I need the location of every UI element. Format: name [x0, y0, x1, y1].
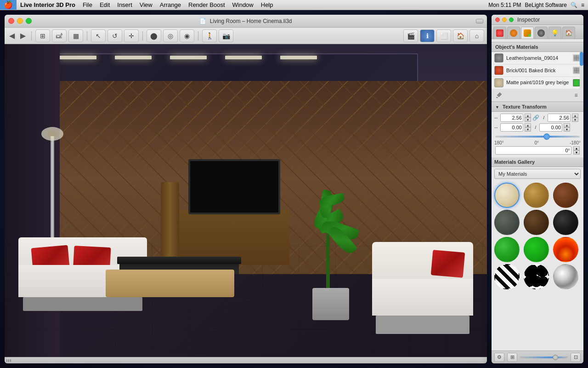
offset-x-stepper[interactable]: ▲ ▼: [525, 123, 531, 132]
floor-plan-button[interactable]: ⊞: [35, 29, 50, 42]
camera-button[interactable]: 📷: [219, 29, 233, 42]
angle-stepper[interactable]: ▲ ▼: [573, 146, 580, 155]
angle-increment[interactable]: ▲: [573, 146, 580, 150]
width-stepper[interactable]: ▲ ▼: [525, 114, 531, 122]
materials-icon: [510, 29, 517, 37]
material-item-brick[interactable]: Brick/001 Baked Brick: [492, 64, 583, 77]
material-thumb-cream[interactable]: [494, 183, 520, 208]
tab-light[interactable]: 💡: [548, 27, 561, 39]
maximize-button[interactable]: [26, 18, 32, 24]
furniture-icon: 🛋: [56, 32, 62, 40]
app-name-menu[interactable]: Live Interior 3D Pro: [17, 0, 79, 10]
offset-y-decrement[interactable]: ▼: [564, 127, 570, 132]
offset-x-decrement[interactable]: ▼: [525, 127, 531, 132]
tab-texture[interactable]: [535, 27, 548, 39]
inspector-body[interactable]: Object's Materials Leather/pamela_09014: [492, 39, 583, 351]
offset-y-stepper[interactable]: ▲ ▼: [564, 123, 570, 132]
angle-slider[interactable]: [495, 136, 580, 138]
material-thumb-bright-green[interactable]: [494, 237, 520, 262]
offset-y-increment[interactable]: ▲: [564, 123, 570, 127]
furniture-button[interactable]: 🛋: [52, 29, 67, 42]
material-thumb-chrome[interactable]: [553, 264, 578, 289]
view-menu[interactable]: View: [136, 0, 156, 10]
menu-icon[interactable]: ≡: [571, 91, 581, 100]
insert-menu[interactable]: Insert: [113, 0, 136, 10]
materials-scrollbar[interactable]: [580, 52, 583, 89]
angle-input[interactable]: [495, 146, 571, 155]
render-boost-menu[interactable]: Render Boost: [185, 0, 229, 10]
render-button[interactable]: 🎬: [403, 29, 418, 42]
material-thumb-dark-brown[interactable]: [524, 210, 549, 235]
tab-paint[interactable]: [521, 27, 534, 39]
info-icon: ℹ: [426, 32, 429, 40]
point-light-button[interactable]: ◎: [163, 29, 178, 42]
arrange-menu[interactable]: Arrange: [156, 0, 185, 10]
view-mode-button[interactable]: ▦: [68, 29, 83, 42]
material-thumb-fire[interactable]: [553, 237, 578, 262]
inspector-size-slider[interactable]: [520, 356, 568, 358]
inspector-close-button[interactable]: [495, 17, 500, 22]
material-thumb-dalmatian[interactable]: [524, 264, 549, 289]
size-slider-thumb[interactable]: [553, 355, 558, 360]
material-thumb-forest-green[interactable]: [524, 237, 549, 262]
inspector-settings-button[interactable]: ⚙: [494, 353, 504, 362]
back-button[interactable]: ◀: [7, 31, 17, 40]
view-icon: ⊡: [574, 354, 578, 360]
texture-offset-x-input[interactable]: [500, 123, 523, 132]
inspector-maximize-button[interactable]: [509, 17, 514, 22]
angle-decrement[interactable]: ▼: [573, 150, 580, 155]
inspector-add-button[interactable]: ⊞: [507, 353, 517, 362]
viewport[interactable]: [5, 44, 487, 357]
paint-button[interactable]: ⬤: [147, 29, 161, 42]
materials-scrollbar-thumb[interactable]: [580, 52, 583, 66]
home-button[interactable]: ⌂: [469, 29, 484, 42]
inspector-view-button[interactable]: ⊡: [571, 353, 581, 362]
material-thumb-zebra[interactable]: [494, 264, 520, 289]
spot-light-button[interactable]: ◉: [180, 29, 194, 42]
width-increment[interactable]: ▲: [525, 114, 531, 118]
window-resize-button[interactable]: [476, 19, 483, 23]
width-decrement[interactable]: ▼: [525, 118, 531, 122]
search-icon[interactable]: 🔍: [571, 2, 577, 8]
edit-menu[interactable]: Edit: [96, 0, 113, 10]
inspector-minimize-button[interactable]: [502, 17, 507, 22]
move-button[interactable]: ✛: [124, 29, 139, 42]
rotate-button[interactable]: ↺: [107, 29, 122, 42]
close-button[interactable]: [8, 18, 14, 24]
walk-button[interactable]: 🚶: [202, 29, 217, 42]
angle-slider-thumb[interactable]: [543, 133, 550, 140]
material-item-paint[interactable]: Matte paint/1019 grey beige: [492, 77, 583, 89]
material-thumb-wood-dark-red[interactable]: [553, 183, 578, 208]
file-menu[interactable]: File: [79, 0, 96, 10]
gallery-dropdown[interactable]: My Materials Standard Custom: [494, 169, 581, 179]
select-button[interactable]: ↖: [91, 29, 106, 42]
height-stepper[interactable]: ▲ ▼: [572, 114, 578, 122]
tab-materials[interactable]: [507, 27, 520, 39]
help-menu[interactable]: Help: [257, 0, 277, 10]
menu-extra-icon[interactable]: ≡: [581, 2, 584, 8]
material-thumb-mossy[interactable]: [494, 210, 520, 235]
material-item-leather[interactable]: Leather/pamela_09014: [492, 52, 583, 64]
minimize-button[interactable]: [17, 18, 23, 24]
texture-width-input[interactable]: [500, 114, 523, 122]
statusbar-handle[interactable]: [6, 359, 16, 362]
architecture-icon: 🏠: [565, 29, 572, 36]
settings-icon: ⚙: [497, 354, 502, 360]
texture-height-input[interactable]: [548, 114, 571, 122]
material-thumb-black[interactable]: [553, 210, 578, 235]
offset-x-increment[interactable]: ▲: [525, 123, 531, 127]
link-icon[interactable]: 🔗: [532, 115, 539, 121]
eyedropper-icon[interactable]: [494, 91, 503, 100]
floorplan-view-button[interactable]: ⬜: [436, 29, 451, 42]
height-decrement[interactable]: ▼: [572, 118, 578, 122]
window-menu[interactable]: Window: [229, 0, 257, 10]
forward-button[interactable]: ▶: [18, 31, 28, 40]
info-button[interactable]: ℹ: [420, 29, 435, 42]
3d-view-button[interactable]: 🏠: [453, 29, 468, 42]
apple-menu[interactable]: 🍎: [0, 0, 17, 10]
tab-properties[interactable]: [493, 27, 506, 39]
texture-offset-y-input[interactable]: [539, 123, 562, 132]
material-thumb-wood-light[interactable]: [524, 183, 549, 208]
height-increment[interactable]: ▲: [572, 114, 578, 118]
tab-architecture[interactable]: 🏠: [562, 27, 575, 39]
